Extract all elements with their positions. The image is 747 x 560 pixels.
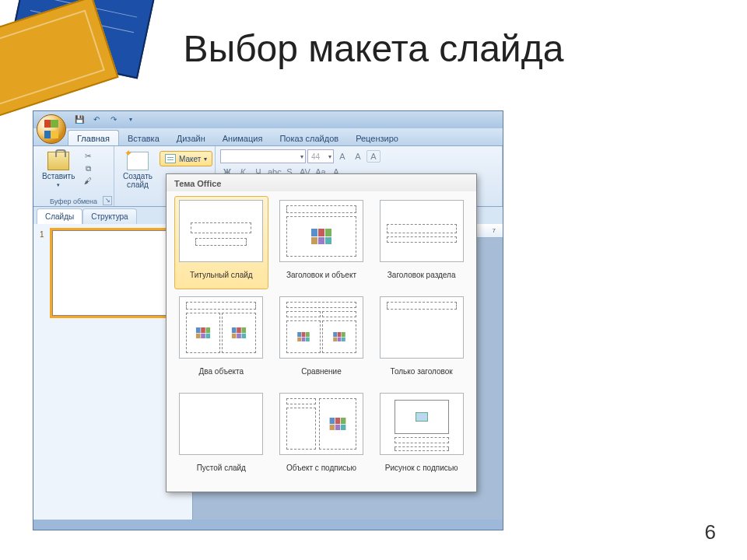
tab-slideshow[interactable]: Показ слайдов (271, 131, 347, 145)
ribbon-tabs: Главная Вставка Дизайн Анимация Показ сл… (33, 128, 503, 146)
powerpoint-window: 💾 ↶ ↷ ▾ Главная Вставка Дизайн Анимация … (33, 110, 503, 530)
slide-title: Выбор макета слайда (0, 27, 747, 70)
layout-section-header[interactable]: Заголовок раздела (374, 196, 468, 289)
quick-access-toolbar: 💾 ↶ ↷ ▾ (74, 114, 136, 125)
layout-comparison[interactable]: Сравнение (275, 292, 369, 386)
clear-format-icon[interactable]: A (366, 150, 381, 163)
titlebar: 💾 ↶ ↷ ▾ (33, 111, 503, 128)
thumb-number: 1 (40, 230, 47, 316)
tab-outline[interactable]: Структура (82, 208, 136, 224)
office-button[interactable] (37, 114, 66, 144)
shrink-font-icon[interactable]: A (351, 150, 365, 163)
layout-title-slide[interactable]: Титульный слайд (174, 196, 268, 289)
save-icon[interactable]: 💾 (74, 114, 85, 125)
new-slide-label: Создать слайд (123, 172, 153, 189)
cut-icon[interactable]: ✂ (82, 151, 94, 162)
page-number: 6 (705, 520, 716, 544)
qat-dropdown-icon[interactable]: ▾ (125, 114, 136, 125)
grow-font-icon[interactable]: A (335, 150, 349, 163)
tab-animation[interactable]: Анимация (214, 131, 272, 145)
paste-label: Вставить (42, 172, 75, 180)
layout-button-label: Макет (179, 155, 201, 163)
gallery-header: Тема Office (167, 174, 476, 191)
tab-insert[interactable]: Вставка (119, 131, 168, 145)
new-slide-icon (127, 152, 149, 170)
layout-two-content[interactable]: Два объекта (174, 292, 268, 386)
clipboard-group-label: Буфер обмена (33, 198, 114, 205)
clipboard-dialog-launcher[interactable]: ↘ (103, 196, 112, 205)
tab-slides[interactable]: Слайды (37, 208, 82, 224)
layout-picture-caption[interactable]: Рисунок с подписью (374, 389, 468, 482)
tab-design[interactable]: Дизайн (168, 131, 214, 145)
layout-icon (165, 154, 176, 163)
paste-button[interactable]: Вставить ▾ (38, 149, 79, 191)
layout-button[interactable]: Макет ▾ (160, 151, 212, 166)
clipboard-group: Вставить ▾ ✂ ⧉ 🖌 Буфер обмена ↘ (33, 146, 114, 206)
ribbon: Вставить ▾ ✂ ⧉ 🖌 Буфер обмена ↘ Создать … (33, 146, 503, 207)
tab-review[interactable]: Рецензиро (347, 131, 407, 145)
thumb-preview (52, 230, 169, 316)
layout-title-only[interactable]: Только заголовок (374, 292, 468, 386)
clipboard-icon (47, 152, 69, 170)
layout-title-content[interactable]: Заголовок и объект (275, 196, 369, 289)
font-size-select[interactable]: 44 (307, 149, 334, 163)
new-slide-button[interactable]: Создать слайд (119, 149, 156, 191)
layout-gallery: Тема Office Титульный слайд Заголовок и … (166, 173, 477, 492)
slide-thumbnail[interactable]: 1 (40, 230, 186, 316)
format-painter-icon[interactable]: 🖌 (82, 176, 94, 187)
undo-icon[interactable]: ↶ (91, 114, 102, 125)
copy-icon[interactable]: ⧉ (82, 163, 94, 174)
redo-icon[interactable]: ↷ (108, 114, 119, 125)
layout-content-caption[interactable]: Объект с подписью (275, 389, 369, 482)
layout-blank[interactable]: Пустой слайд (174, 389, 268, 482)
tab-home[interactable]: Главная (68, 130, 119, 145)
font-family-select[interactable] (220, 149, 306, 163)
